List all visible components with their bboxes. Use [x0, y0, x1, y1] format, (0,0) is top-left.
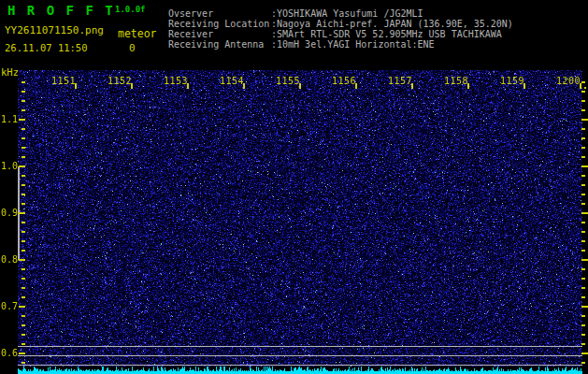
station-info-label: Receiving Location	[168, 19, 271, 29]
y-major-tick-right	[581, 119, 588, 121]
reference-line-upper	[18, 346, 582, 347]
minute-tick	[467, 83, 469, 89]
y-minor-tick-right	[581, 147, 585, 149]
meteor-count: 0	[129, 42, 136, 54]
y-minor-tick-right	[581, 324, 585, 326]
y-major-tick-left	[19, 259, 25, 261]
timestamp: 26.11.07 11:50	[5, 42, 88, 53]
x-tick-label: 1151	[51, 76, 76, 86]
x-tick-label: 1159	[500, 76, 524, 86]
y-minor-tick-right	[581, 278, 585, 280]
hrofft-window: { "app": { "title": "H R O F F T", "vers…	[0, 0, 588, 374]
y-minor-tick-left	[22, 231, 25, 233]
minute-tick	[580, 83, 581, 89]
station-info-row: Ovserver:YOSHIKAWA Yasufumi /JG2MLI	[168, 8, 513, 19]
y-minor-tick-left	[22, 222, 25, 223]
station-info-label: Ovserver	[168, 8, 271, 19]
station-info-label: Receiver	[168, 29, 271, 39]
y-minor-tick-left	[22, 334, 25, 336]
y-minor-tick-left	[22, 324, 25, 326]
x-tick-label: 1155	[276, 76, 300, 86]
y-major-tick-left	[19, 119, 25, 121]
station-info-value: :Nagoya Aichi-pref. JAPAN (136.90E, 35.2…	[271, 19, 513, 29]
y-minor-tick-right	[581, 81, 585, 83]
app-version: 1.0.0f	[115, 5, 146, 14]
x-tick-label: 1200	[556, 76, 581, 86]
spectrogram-noise	[18, 70, 582, 367]
end-tick-dot	[584, 87, 586, 89]
y-minor-tick-left	[22, 362, 25, 364]
y-minor-tick-left	[22, 240, 25, 242]
output-filename: YY2611071150.png	[5, 24, 104, 36]
station-info-row: Receiver:SMArt RTL-SDR V5 52.905MHz USB …	[168, 29, 513, 39]
y-major-tick-left	[19, 352, 25, 354]
y-minor-tick-left	[22, 203, 25, 205]
y-minor-tick-right	[581, 240, 585, 242]
minute-tick	[411, 83, 413, 89]
station-info: Ovserver:YOSHIKAWA Yasufumi /JG2MLIRecei…	[168, 8, 513, 50]
reference-line-middle	[18, 355, 582, 356]
minute-tick	[299, 83, 301, 89]
y-major-tick-left	[19, 165, 25, 167]
y-minor-tick-left	[22, 81, 25, 83]
y-minor-tick-right	[581, 231, 585, 233]
y-minor-tick-right	[581, 175, 585, 177]
x-tick-label: 1153	[164, 76, 188, 86]
minute-tick	[131, 83, 133, 89]
y-minor-tick-left	[22, 296, 25, 298]
y-minor-tick-right	[581, 109, 585, 111]
y-tick-label: 0.7	[1, 301, 17, 311]
minute-tick	[355, 83, 357, 89]
y-minor-tick-left	[22, 184, 25, 186]
y-minor-tick-left	[22, 315, 25, 317]
y-tick-label: 0.6	[1, 348, 17, 358]
y-major-tick-right	[581, 352, 588, 354]
station-info-row: Receiving Location:Nagoya Aichi-pref. JA…	[168, 19, 513, 29]
y-minor-tick-left	[22, 137, 25, 139]
y-minor-tick-left	[22, 287, 25, 289]
y-tick-label: 1.1	[1, 114, 17, 124]
minute-tick	[523, 83, 525, 89]
minute-tick	[243, 83, 245, 89]
y-tick-label: 0.8	[1, 254, 17, 265]
y-minor-tick-right	[581, 137, 585, 139]
y-minor-tick-right	[581, 362, 585, 364]
station-info-label: Receiving Antenna	[168, 39, 271, 50]
signal-level-graph	[18, 367, 582, 374]
x-tick-label: 1152	[108, 76, 132, 86]
y-minor-tick-left	[22, 268, 25, 270]
y-tick-label: 0.9	[1, 208, 17, 218]
station-info-value: :10mH 3el.YAGI Horizontal:ENE	[271, 39, 435, 50]
y-minor-tick-right	[581, 315, 585, 317]
y-minor-tick-left	[22, 156, 25, 158]
y-major-tick-right	[581, 165, 588, 167]
minute-tick	[187, 83, 189, 89]
y-minor-tick-right	[581, 128, 585, 130]
y-minor-tick-right	[581, 184, 585, 186]
y-minor-tick-left	[22, 278, 25, 280]
y-minor-tick-right	[581, 91, 585, 93]
y-minor-tick-left	[22, 128, 25, 130]
station-info-value: :SMArt RTL-SDR V5 52.905MHz USB TACHIKAW…	[271, 29, 502, 39]
y-minor-tick-right	[581, 222, 585, 223]
y-major-tick-right	[581, 259, 588, 261]
y-tick-label: 1.0	[1, 161, 17, 171]
y-minor-tick-right	[581, 250, 585, 252]
y-minor-tick-right	[581, 334, 585, 336]
app-title: H R O F F T	[7, 3, 115, 18]
y-minor-tick-left	[22, 194, 25, 195]
reference-line-lower	[18, 365, 582, 366]
x-tick-label: 1156	[332, 76, 356, 86]
y-minor-tick-right	[581, 156, 585, 158]
y-minor-tick-right	[581, 287, 585, 289]
y-major-tick-left	[19, 212, 25, 214]
mode-label: meteor	[118, 27, 157, 40]
y-minor-tick-left	[22, 175, 25, 177]
y-major-tick-right	[581, 306, 588, 308]
y-minor-tick-right	[581, 100, 585, 102]
y-minor-tick-left	[22, 91, 25, 93]
y-minor-tick-left	[22, 343, 25, 345]
x-tick-label: 1157	[388, 76, 412, 86]
y-minor-tick-right	[581, 343, 585, 345]
y-minor-tick-right	[581, 203, 585, 205]
